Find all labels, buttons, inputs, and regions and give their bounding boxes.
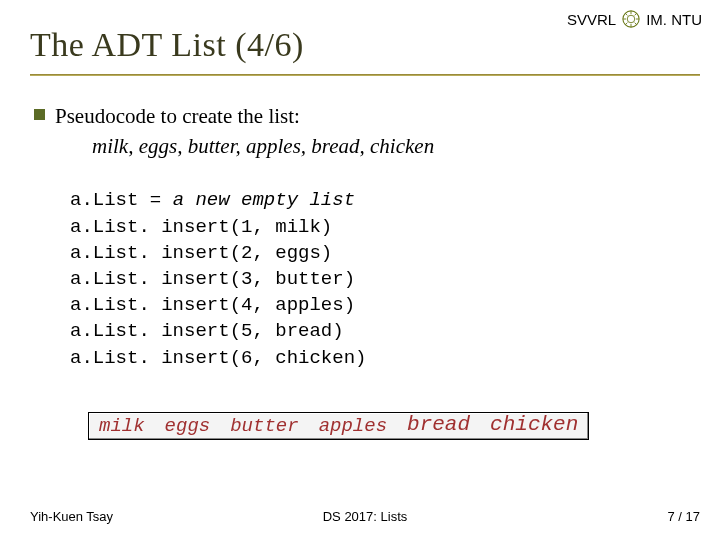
list-cell: eggs [155, 413, 221, 439]
ntu-logo-icon [622, 10, 640, 28]
affiliation: IM. NTU [646, 11, 702, 28]
bullet-text: Pseudocode to create the list: [55, 102, 300, 130]
target-list-text: milk, eggs, butter, apples, bread, chick… [92, 134, 690, 159]
code-line: a.List = [70, 189, 173, 211]
code-line: a.List. insert(4, apples) [70, 294, 355, 316]
svg-line-8 [635, 13, 637, 15]
list-cell: chicken [480, 413, 588, 439]
footer-course: DS 2017: Lists [30, 509, 700, 524]
slide-title: The ADT List (4/6) [30, 26, 304, 64]
code-line: a.List. insert(6, chicken) [70, 347, 366, 369]
svg-line-7 [635, 23, 637, 25]
svg-point-1 [627, 15, 635, 23]
list-cell: butter [220, 413, 308, 439]
title-underline [30, 74, 700, 76]
bullet-square-icon [34, 109, 45, 120]
svg-line-6 [625, 13, 627, 15]
bullet-item: Pseudocode to create the list: [34, 102, 690, 130]
list-visualization: milk eggs butter apples bread chicken [88, 412, 589, 440]
pseudocode-block: a.List = a new empty list a.List. insert… [70, 187, 690, 371]
list-cell: milk [89, 413, 155, 439]
code-line: a.List. insert(1, milk) [70, 216, 332, 238]
header-right: SVVRL IM. NTU [567, 10, 702, 28]
code-keyword: a new empty list [173, 189, 355, 211]
svg-line-9 [625, 23, 627, 25]
list-cell: apples [309, 413, 397, 439]
code-line: a.List. insert(2, eggs) [70, 242, 332, 264]
code-line: a.List. insert(3, butter) [70, 268, 355, 290]
code-line: a.List. insert(5, bread) [70, 320, 344, 342]
list-cell: bread [397, 413, 480, 439]
slide-body: Pseudocode to create the list: milk, egg… [34, 102, 690, 371]
lab-name: SVVRL [567, 11, 616, 28]
slide-footer: Yih-Kuen Tsay DS 2017: Lists 7 / 17 [30, 509, 700, 524]
